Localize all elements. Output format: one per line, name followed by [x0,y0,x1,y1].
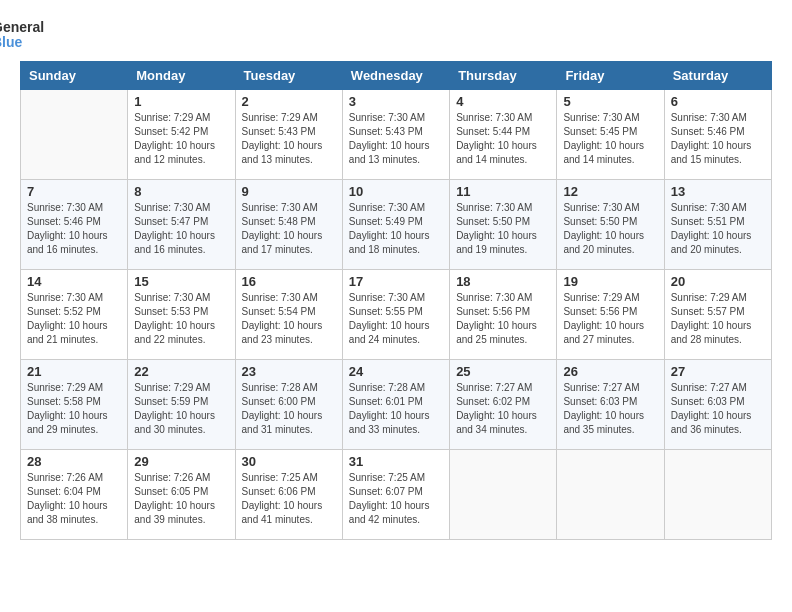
day-number: 30 [242,454,336,469]
calendar-cell: 8Sunrise: 7:30 AM Sunset: 5:47 PM Daylig… [128,179,235,269]
calendar-cell: 18Sunrise: 7:30 AM Sunset: 5:56 PM Dayli… [450,269,557,359]
day-info: Sunrise: 7:26 AM Sunset: 6:05 PM Dayligh… [134,471,228,527]
day-info: Sunrise: 7:29 AM Sunset: 5:59 PM Dayligh… [134,381,228,437]
day-info: Sunrise: 7:30 AM Sunset: 5:49 PM Dayligh… [349,201,443,257]
day-number: 2 [242,94,336,109]
calendar-cell: 11Sunrise: 7:30 AM Sunset: 5:50 PM Dayli… [450,179,557,269]
calendar-cell: 12Sunrise: 7:30 AM Sunset: 5:50 PM Dayli… [557,179,664,269]
day-number: 8 [134,184,228,199]
day-info: Sunrise: 7:29 AM Sunset: 5:42 PM Dayligh… [134,111,228,167]
calendar-cell: 9Sunrise: 7:30 AM Sunset: 5:48 PM Daylig… [235,179,342,269]
day-info: Sunrise: 7:30 AM Sunset: 5:56 PM Dayligh… [456,291,550,347]
calendar-cell: 14Sunrise: 7:30 AM Sunset: 5:52 PM Dayli… [21,269,128,359]
day-info: Sunrise: 7:30 AM Sunset: 5:55 PM Dayligh… [349,291,443,347]
day-info: Sunrise: 7:28 AM Sunset: 6:00 PM Dayligh… [242,381,336,437]
day-number: 7 [27,184,121,199]
day-number: 31 [349,454,443,469]
calendar-cell: 17Sunrise: 7:30 AM Sunset: 5:55 PM Dayli… [342,269,449,359]
calendar-cell: 23Sunrise: 7:28 AM Sunset: 6:00 PM Dayli… [235,359,342,449]
day-info: Sunrise: 7:27 AM Sunset: 6:03 PM Dayligh… [671,381,765,437]
day-number: 28 [27,454,121,469]
calendar-cell: 13Sunrise: 7:30 AM Sunset: 5:51 PM Dayli… [664,179,771,269]
weekday-header: Thursday [450,61,557,89]
day-info: Sunrise: 7:30 AM Sunset: 5:51 PM Dayligh… [671,201,765,257]
calendar-cell: 31Sunrise: 7:25 AM Sunset: 6:07 PM Dayli… [342,449,449,539]
calendar-cell: 24Sunrise: 7:28 AM Sunset: 6:01 PM Dayli… [342,359,449,449]
weekday-header: Friday [557,61,664,89]
calendar-cell: 3Sunrise: 7:30 AM Sunset: 5:43 PM Daylig… [342,89,449,179]
calendar-cell: 20Sunrise: 7:29 AM Sunset: 5:57 PM Dayli… [664,269,771,359]
logo-blue: Blue [0,35,44,50]
day-info: Sunrise: 7:29 AM Sunset: 5:56 PM Dayligh… [563,291,657,347]
day-info: Sunrise: 7:28 AM Sunset: 6:01 PM Dayligh… [349,381,443,437]
day-number: 19 [563,274,657,289]
day-number: 18 [456,274,550,289]
day-info: Sunrise: 7:30 AM Sunset: 5:50 PM Dayligh… [456,201,550,257]
day-number: 13 [671,184,765,199]
calendar-cell: 4Sunrise: 7:30 AM Sunset: 5:44 PM Daylig… [450,89,557,179]
day-info: Sunrise: 7:30 AM Sunset: 5:44 PM Dayligh… [456,111,550,167]
day-number: 29 [134,454,228,469]
day-info: Sunrise: 7:29 AM Sunset: 5:43 PM Dayligh… [242,111,336,167]
calendar-cell: 15Sunrise: 7:30 AM Sunset: 5:53 PM Dayli… [128,269,235,359]
day-info: Sunrise: 7:30 AM Sunset: 5:46 PM Dayligh… [27,201,121,257]
day-info: Sunrise: 7:30 AM Sunset: 5:45 PM Dayligh… [563,111,657,167]
day-info: Sunrise: 7:30 AM Sunset: 5:43 PM Dayligh… [349,111,443,167]
day-number: 6 [671,94,765,109]
day-info: Sunrise: 7:30 AM Sunset: 5:53 PM Dayligh… [134,291,228,347]
day-number: 15 [134,274,228,289]
weekday-header: Saturday [664,61,771,89]
day-number: 12 [563,184,657,199]
weekday-header: Wednesday [342,61,449,89]
calendar-table: SundayMondayTuesdayWednesdayThursdayFrid… [20,61,772,540]
day-number: 4 [456,94,550,109]
day-number: 26 [563,364,657,379]
day-number: 5 [563,94,657,109]
calendar-cell [557,449,664,539]
calendar-cell: 2Sunrise: 7:29 AM Sunset: 5:43 PM Daylig… [235,89,342,179]
day-info: Sunrise: 7:30 AM Sunset: 5:54 PM Dayligh… [242,291,336,347]
logo: General Blue General Blue [20,20,44,51]
calendar-cell: 30Sunrise: 7:25 AM Sunset: 6:06 PM Dayli… [235,449,342,539]
day-number: 23 [242,364,336,379]
day-number: 25 [456,364,550,379]
day-info: Sunrise: 7:27 AM Sunset: 6:02 PM Dayligh… [456,381,550,437]
weekday-header: Monday [128,61,235,89]
day-number: 1 [134,94,228,109]
day-number: 22 [134,364,228,379]
calendar-cell: 6Sunrise: 7:30 AM Sunset: 5:46 PM Daylig… [664,89,771,179]
day-number: 21 [27,364,121,379]
day-number: 16 [242,274,336,289]
calendar-cell: 21Sunrise: 7:29 AM Sunset: 5:58 PM Dayli… [21,359,128,449]
logo-general: General [0,20,44,35]
day-number: 24 [349,364,443,379]
day-info: Sunrise: 7:30 AM Sunset: 5:48 PM Dayligh… [242,201,336,257]
day-info: Sunrise: 7:30 AM Sunset: 5:47 PM Dayligh… [134,201,228,257]
day-number: 3 [349,94,443,109]
calendar-cell: 1Sunrise: 7:29 AM Sunset: 5:42 PM Daylig… [128,89,235,179]
weekday-header: Sunday [21,61,128,89]
calendar-cell [664,449,771,539]
calendar-cell: 5Sunrise: 7:30 AM Sunset: 5:45 PM Daylig… [557,89,664,179]
calendar-cell: 28Sunrise: 7:26 AM Sunset: 6:04 PM Dayli… [21,449,128,539]
weekday-header: Tuesday [235,61,342,89]
day-number: 17 [349,274,443,289]
calendar-cell: 19Sunrise: 7:29 AM Sunset: 5:56 PM Dayli… [557,269,664,359]
day-number: 27 [671,364,765,379]
calendar-cell: 10Sunrise: 7:30 AM Sunset: 5:49 PM Dayli… [342,179,449,269]
calendar-cell: 7Sunrise: 7:30 AM Sunset: 5:46 PM Daylig… [21,179,128,269]
day-number: 9 [242,184,336,199]
day-info: Sunrise: 7:25 AM Sunset: 6:06 PM Dayligh… [242,471,336,527]
day-number: 11 [456,184,550,199]
calendar-cell [450,449,557,539]
calendar-cell: 29Sunrise: 7:26 AM Sunset: 6:05 PM Dayli… [128,449,235,539]
day-number: 10 [349,184,443,199]
day-info: Sunrise: 7:29 AM Sunset: 5:57 PM Dayligh… [671,291,765,347]
day-info: Sunrise: 7:29 AM Sunset: 5:58 PM Dayligh… [27,381,121,437]
calendar-cell: 22Sunrise: 7:29 AM Sunset: 5:59 PM Dayli… [128,359,235,449]
day-number: 20 [671,274,765,289]
page-header: General Blue General Blue [20,20,772,51]
day-info: Sunrise: 7:30 AM Sunset: 5:50 PM Dayligh… [563,201,657,257]
calendar-header: SundayMondayTuesdayWednesdayThursdayFrid… [21,61,772,89]
calendar-cell: 26Sunrise: 7:27 AM Sunset: 6:03 PM Dayli… [557,359,664,449]
